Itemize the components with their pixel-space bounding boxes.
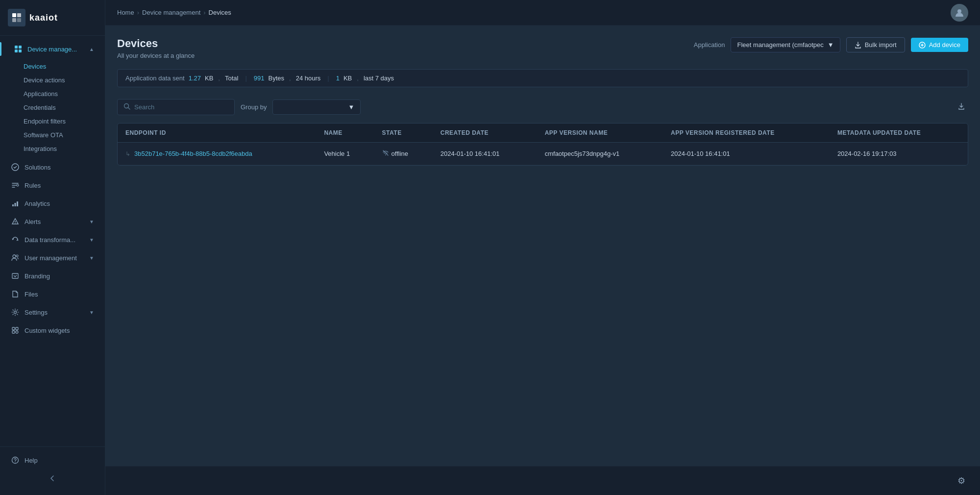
sidebar-item-credentials[interactable]: Credentials: [3, 101, 102, 114]
topbar: Home › Device management › Devices: [105, 0, 980, 25]
col-name: Name: [316, 124, 374, 143]
data-sent-24h-label: 24 hours: [296, 74, 321, 82]
table-header-row: Endpoint Id Name State Created Date App …: [118, 124, 968, 143]
col-endpoint-id: Endpoint Id: [118, 124, 316, 143]
help-label: Help: [24, 457, 38, 464]
page-header: Devices All your devices at a glance App…: [117, 37, 968, 59]
svg-rect-17: [12, 273, 18, 278]
table-body: ↳ 3b52b71e-765b-4f4b-88b5-8cdb2f6eabda V…: [118, 143, 968, 165]
help-icon: [11, 456, 20, 465]
endpoint-link[interactable]: ↳ 3b52b71e-765b-4f4b-88b5-8cdb2f6eabda: [125, 150, 308, 157]
breadcrumb-sep-2: ›: [203, 9, 205, 16]
breadcrumb-current: Devices: [209, 9, 231, 16]
search-box[interactable]: [117, 99, 235, 115]
devices-table: Endpoint Id Name State Created Date App …: [117, 123, 968, 166]
sidebar-item-custom-widgets[interactable]: Custom widgets: [3, 322, 102, 339]
download-button[interactable]: [955, 99, 968, 115]
col-created-date: Created Date: [433, 124, 537, 143]
sidebar-item-devices[interactable]: Devices: [3, 60, 102, 73]
svg-point-31: [385, 154, 386, 155]
device-management-chevron: ▲: [89, 47, 94, 52]
group-by-label: Group by: [241, 103, 267, 111]
cell-metadata-updated-date: 2024-02-16 19:17:03: [830, 143, 968, 165]
group-by-select[interactable]: ▼: [272, 99, 361, 115]
sidebar-item-user-management[interactable]: User management ▼: [3, 249, 102, 267]
sidebar-bottom: Help: [0, 446, 105, 495]
data-sep-3: ,: [357, 74, 359, 82]
toolbar: Group by ▼: [117, 99, 968, 115]
search-input[interactable]: [134, 103, 228, 111]
files-label: Files: [24, 291, 38, 298]
svg-point-14: [15, 223, 16, 224]
page-content: Devices All your devices at a glance App…: [105, 25, 980, 466]
svg-point-15: [13, 255, 16, 258]
data-sent-7d-unit: KB: [343, 74, 352, 82]
cell-app-version-name: cmfaotpec5js73dnpg4g-v1: [537, 143, 663, 165]
data-sent-total-unit: KB: [205, 74, 213, 82]
avatar[interactable]: [951, 4, 968, 22]
svg-rect-7: [19, 50, 22, 52]
settings-chevron: ▼: [89, 310, 94, 315]
sidebar-item-settings[interactable]: Settings ▼: [3, 303, 102, 321]
devices-table-element: Endpoint Id Name State Created Date App …: [118, 124, 968, 165]
breadcrumb-parent[interactable]: Device management: [142, 9, 200, 16]
page-actions: Application Fleet management (cmfaotpec …: [694, 37, 968, 52]
sidebar-item-alerts[interactable]: Alerts ▼: [3, 213, 102, 230]
bulk-import-button[interactable]: Bulk import: [846, 37, 905, 52]
svg-rect-20: [16, 327, 18, 330]
group-by-chevron: ▼: [348, 103, 355, 111]
sidebar-item-software-ota[interactable]: Software OTA: [3, 128, 102, 142]
svg-point-16: [16, 255, 18, 257]
svg-rect-12: [17, 201, 18, 206]
breadcrumb: Home › Device management › Devices: [117, 9, 231, 16]
sidebar-item-device-actions[interactable]: Device actions: [3, 74, 102, 87]
data-transform-chevron: ▼: [89, 237, 94, 243]
data-sent-bar: Application data sent 1.27 KB , Total | …: [117, 69, 968, 87]
breadcrumb-home[interactable]: Home: [117, 9, 134, 16]
bottom-bar: ⚙: [105, 466, 980, 495]
main-content: Home › Device management › Devices Devic…: [105, 0, 980, 495]
sidebar-item-data-transform[interactable]: Data transforma... ▼: [3, 231, 102, 248]
sidebar-item-integrations[interactable]: Integrations: [3, 142, 102, 155]
sidebar-item-files[interactable]: Files: [3, 285, 102, 303]
widgets-icon: [11, 326, 20, 335]
col-app-version-name: App Version Name: [537, 124, 663, 143]
data-pipe-2: |: [327, 74, 329, 82]
data-sep-1: ,: [218, 74, 220, 82]
cell-endpoint-id[interactable]: ↳ 3b52b71e-765b-4f4b-88b5-8cdb2f6eabda: [118, 143, 316, 165]
logo-text: kaaiot: [29, 13, 58, 23]
app-select-chevron: ▼: [828, 41, 834, 49]
add-device-button[interactable]: Add device: [911, 38, 968, 52]
data-pipe-1: |: [245, 74, 246, 82]
svg-line-30: [128, 108, 130, 110]
settings-label: Settings: [24, 309, 48, 316]
data-sent-label: Application data sent: [125, 74, 185, 82]
bottom-settings-button[interactable]: ⚙: [955, 472, 968, 489]
svg-rect-0: [12, 13, 16, 17]
sidebar-item-branding[interactable]: Branding: [3, 267, 102, 285]
user-management-label: User management: [24, 254, 77, 262]
data-sent-total-value: 1.27: [189, 74, 201, 82]
user-management-icon: [11, 253, 20, 262]
sidebar-collapse-button[interactable]: [0, 470, 105, 487]
sidebar: kaaiot Device manage... ▲: [0, 0, 105, 495]
sidebar-item-device-management[interactable]: Device manage... ▲: [0, 40, 105, 58]
sidebar-item-rules[interactable]: Rules: [3, 176, 102, 194]
sidebar-item-analytics[interactable]: Analytics: [3, 195, 102, 212]
page-title-section: Devices All your devices at a glance: [117, 37, 195, 59]
grid-icon: [14, 45, 23, 53]
state-value: offline: [392, 150, 408, 157]
rules-label: Rules: [24, 182, 41, 189]
analytics-icon: [11, 199, 20, 208]
table-row[interactable]: ↳ 3b52b71e-765b-4f4b-88b5-8cdb2f6eabda V…: [118, 143, 968, 165]
table-header: Endpoint Id Name State Created Date App …: [118, 124, 968, 143]
sidebar-item-applications[interactable]: Applications: [3, 87, 102, 100]
application-select[interactable]: Fleet management (cmfaotpec ▼: [731, 37, 840, 52]
sidebar-item-solutions[interactable]: Solutions: [3, 158, 102, 176]
application-select-value: Fleet management (cmfaotpec: [737, 41, 823, 49]
sidebar-item-help[interactable]: Help: [3, 451, 102, 469]
sidebar-item-endpoint-filters[interactable]: Endpoint filters: [3, 115, 102, 128]
svg-point-22: [16, 331, 18, 333]
svg-rect-3: [17, 18, 21, 22]
settings-icon: [11, 308, 20, 317]
